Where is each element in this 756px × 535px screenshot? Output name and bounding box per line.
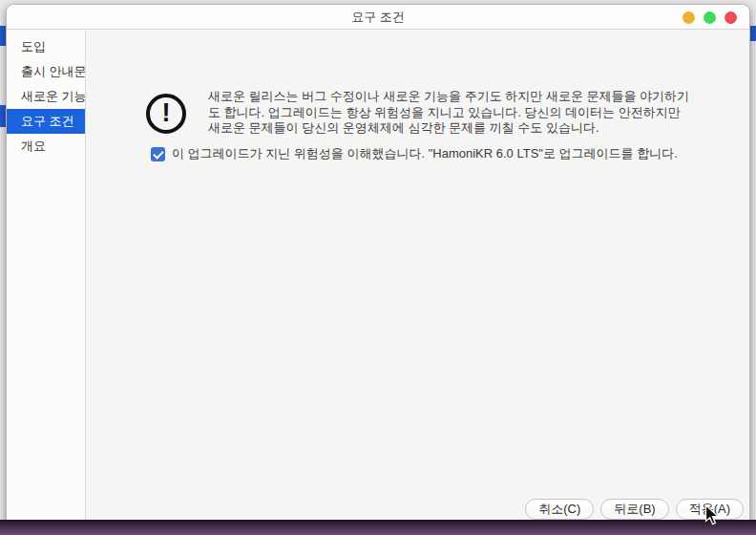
background-window-right-edge <box>750 0 756 535</box>
maximize-button[interactable] <box>704 11 716 24</box>
warning-text: 새로운 릴리스는 버그 수정이나 새로운 기능을 주기도 하지만 새로운 문제들… <box>208 89 690 137</box>
warning-icon-glyph: ! <box>162 98 171 130</box>
warning-icon: ! <box>146 94 186 134</box>
sidebar-item-new-features[interactable]: 새로운 기능 <box>7 84 85 109</box>
window-title: 요구 조건 <box>351 9 405 26</box>
background-window-accent <box>750 26 756 41</box>
window-controls <box>682 5 737 30</box>
sidebar-item-overview[interactable]: 개요 <box>7 134 85 159</box>
risk-acknowledgment-row: 이 업그레이드가 지닌 위험성을 이해했습니다. "HamoniKR 6.0 L… <box>151 145 678 162</box>
risk-checkbox[interactable] <box>151 147 165 161</box>
sidebar-item-introduction[interactable]: 도입 <box>7 34 85 59</box>
content-area: ! 새로운 릴리스는 버그 수정이나 새로운 기능을 주기도 하지만 새로운 문… <box>87 31 749 523</box>
title-bar[interactable]: 요구 조건 <box>7 5 749 30</box>
sidebar-item-requirements[interactable]: 요구 조건 <box>7 109 85 134</box>
footer-button-bar: 취소(C) 뒤로(B) 적용(A) <box>525 499 744 520</box>
apply-button[interactable]: 적용(A) <box>676 499 744 520</box>
back-button[interactable]: 뒤로(B) <box>600 499 668 520</box>
minimize-button[interactable] <box>682 11 695 24</box>
desktop-background <box>0 520 756 535</box>
wizard-steps-sidebar: 도입 출시 안내문 새로운 기능 요구 조건 개요 <box>7 31 86 523</box>
upgrade-wizard-window: 요구 조건 도입 출시 안내문 새로운 기능 요구 조건 개요 ! 새로운 릴리… <box>6 4 750 524</box>
cancel-button[interactable]: 취소(C) <box>525 499 594 520</box>
risk-checkbox-label[interactable]: 이 업그레이드가 지닌 위험성을 이해했습니다. "HamoniKR 6.0 L… <box>172 145 678 162</box>
close-button[interactable] <box>724 11 737 24</box>
sidebar-item-release-notes[interactable]: 출시 안내문 <box>7 59 85 84</box>
